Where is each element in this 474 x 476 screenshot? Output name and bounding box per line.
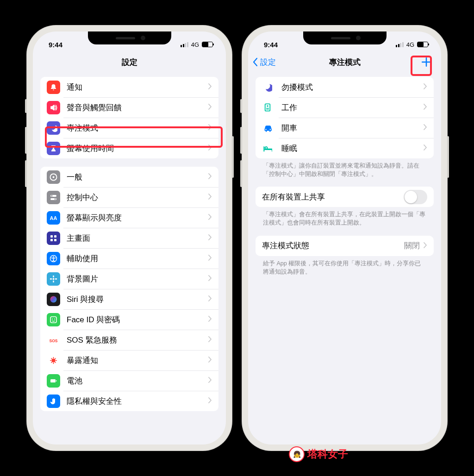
hourglass-icon bbox=[47, 142, 60, 155]
row-label: 聲音與觸覺回饋 bbox=[67, 102, 208, 113]
settings-row[interactable]: 背景圖片 bbox=[40, 269, 218, 289]
accessibility-icon bbox=[47, 252, 60, 265]
focus-mode-row[interactable]: 開車 bbox=[256, 118, 434, 138]
chevron-icon bbox=[208, 124, 212, 132]
notch bbox=[303, 31, 387, 44]
row-label: 隱私權與安全性 bbox=[67, 396, 208, 407]
moon-icon bbox=[47, 121, 60, 135]
chevron-icon bbox=[424, 144, 427, 152]
bed-icon bbox=[262, 144, 273, 153]
settings-row[interactable]: Face ID 與密碼 bbox=[40, 309, 218, 330]
signal-icon bbox=[181, 42, 188, 47]
settings-row[interactable]: 聲音與觸覺回饋 bbox=[40, 97, 218, 118]
row-label: Siri 與搜尋 bbox=[67, 294, 208, 305]
back-label: 設定 bbox=[260, 57, 276, 68]
settings-row[interactable]: Siri 與搜尋 bbox=[40, 289, 218, 309]
carrier-label: 4G bbox=[191, 41, 199, 48]
battery-icon bbox=[47, 374, 60, 388]
status-time: 9:44 bbox=[49, 41, 62, 49]
row-label: 勿擾模式 bbox=[281, 82, 424, 93]
flower-icon bbox=[47, 272, 60, 286]
settings-row[interactable]: 電池 bbox=[40, 370, 218, 391]
chevron-icon bbox=[208, 397, 212, 405]
share-toggle[interactable] bbox=[404, 190, 427, 204]
switches-icon bbox=[47, 191, 60, 204]
settings-row[interactable]: 暴露通知 bbox=[40, 350, 218, 370]
share-row[interactable]: 在所有裝置上共享 bbox=[256, 187, 434, 207]
moon-icon bbox=[262, 82, 273, 92]
settings-row[interactable]: 螢幕顯示與亮度 bbox=[40, 207, 218, 228]
chevron-icon bbox=[424, 242, 427, 250]
status-indicators: 4G bbox=[396, 41, 428, 48]
settings-row[interactable]: 螢幕使用時間 bbox=[40, 138, 218, 158]
virus-icon bbox=[47, 354, 60, 367]
focus-mode-row[interactable]: 勿擾模式 bbox=[256, 77, 434, 97]
row-label: 螢幕顯示與亮度 bbox=[67, 213, 208, 223]
row-label: 工作 bbox=[281, 102, 424, 113]
plus-icon bbox=[421, 57, 431, 67]
row-label: 背景圖片 bbox=[67, 274, 208, 284]
grid-icon bbox=[47, 232, 60, 245]
page-title: 專注模式 bbox=[329, 57, 361, 68]
watermark-text: 塔科女子 bbox=[307, 447, 348, 461]
car-icon bbox=[262, 123, 273, 132]
chevron-icon bbox=[208, 213, 212, 222]
settings-row[interactable]: 通知 bbox=[40, 77, 218, 97]
status-label: 專注模式狀態 bbox=[262, 240, 404, 251]
settings-row[interactable]: 專注模式 bbox=[40, 118, 218, 138]
chevron-icon bbox=[424, 103, 427, 112]
row-label: 控制中心 bbox=[67, 192, 208, 203]
hand-icon bbox=[47, 395, 60, 408]
chevron-icon bbox=[424, 83, 427, 91]
row-label: 主畫面 bbox=[67, 233, 208, 244]
status-time: 9:44 bbox=[264, 41, 278, 49]
page-title: 設定 bbox=[122, 57, 137, 68]
status-indicators: 4G bbox=[181, 41, 213, 48]
battery-icon bbox=[417, 42, 428, 47]
nav-bar: 設定 bbox=[33, 52, 226, 72]
back-button[interactable]: 設定 bbox=[253, 57, 276, 68]
status-row[interactable]: 專注模式狀態 關閉 bbox=[256, 236, 434, 256]
chevron-icon bbox=[208, 83, 212, 91]
share-footer: 「專注模式」會在所有裝置上共享，在此裝置上開啟一個「專注模式」也會同時在所有裝置… bbox=[256, 207, 434, 227]
chevron-icon bbox=[208, 234, 212, 242]
bell-icon bbox=[47, 81, 60, 94]
notch bbox=[88, 31, 171, 44]
settings-list[interactable]: 通知 聲音與觸覺回饋 專注模式 螢幕使用時間 一般 控制中心 螢幕顯示與亮度 主… bbox=[33, 72, 226, 445]
chevron-icon bbox=[208, 315, 212, 324]
row-label: Face ID 與密碼 bbox=[67, 314, 208, 325]
settings-row[interactable]: 主畫面 bbox=[40, 228, 218, 248]
row-label: 暴露通知 bbox=[67, 355, 208, 366]
settings-row[interactable]: 一般 bbox=[40, 167, 218, 187]
share-label: 在所有裝置上共享 bbox=[262, 192, 404, 202]
carrier-label: 4G bbox=[406, 41, 414, 48]
watermark: 👧 塔科女子 bbox=[289, 446, 348, 462]
row-label: 通知 bbox=[67, 82, 208, 93]
add-button[interactable] bbox=[418, 54, 435, 70]
row-label: SOS 緊急服務 bbox=[67, 335, 208, 345]
aa-icon bbox=[47, 211, 60, 225]
chevron-icon bbox=[208, 173, 212, 181]
chevron-icon bbox=[424, 124, 427, 132]
settings-row[interactable]: 輔助使用 bbox=[40, 248, 218, 269]
focus-mode-row[interactable]: 睡眠 bbox=[256, 138, 434, 158]
status-footer: 給予 App 權限後，其可在你使用「專注模式」時，分享你已將通知設為靜音。 bbox=[256, 256, 434, 276]
status-value: 關閉 bbox=[404, 240, 420, 251]
sound-icon bbox=[47, 101, 60, 114]
focus-content[interactable]: 勿擾模式 工作 開車 睡眠 「專注模式」讓你自訂裝置並將來電和通知設為靜音。請在… bbox=[248, 72, 441, 445]
signal-icon bbox=[396, 42, 404, 47]
settings-row[interactable]: 控制中心 bbox=[40, 187, 218, 207]
settings-row[interactable]: SOS 緊急服務 bbox=[40, 330, 218, 350]
chevron-icon bbox=[208, 356, 212, 364]
faceid-icon bbox=[47, 313, 60, 326]
watermark-avatar-icon: 👧 bbox=[289, 446, 305, 462]
focus-mode-row[interactable]: 工作 bbox=[256, 97, 434, 118]
row-label: 螢幕使用時間 bbox=[67, 143, 208, 154]
chevron-icon bbox=[208, 144, 212, 152]
row-label: 輔助使用 bbox=[67, 253, 208, 264]
modes-footer: 「專注模式」讓你自訂裝置並將來電和通知設為靜音。請在「控制中心」中開啟和關閉「專… bbox=[256, 158, 434, 178]
row-label: 專注模式 bbox=[67, 123, 208, 133]
chevron-icon bbox=[208, 193, 212, 201]
settings-row[interactable]: 隱私權與安全性 bbox=[40, 391, 218, 411]
battery-icon bbox=[202, 42, 213, 47]
